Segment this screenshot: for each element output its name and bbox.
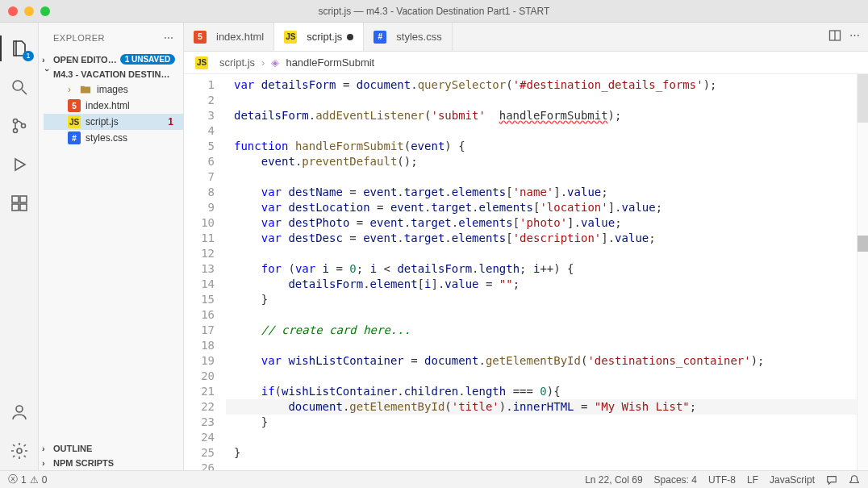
search-activity[interactable] bbox=[0, 68, 39, 106]
tree-file[interactable]: JSscript.js1 bbox=[44, 114, 183, 130]
close-window-button[interactable] bbox=[8, 6, 18, 16]
svg-line-1 bbox=[22, 90, 27, 94]
line-number: 23 bbox=[184, 415, 215, 430]
code-line[interactable]: var detailsForm = document.querySelector… bbox=[226, 77, 857, 93]
code-line[interactable]: } bbox=[226, 445, 857, 461]
minimize-window-button[interactable] bbox=[24, 6, 34, 16]
maximize-window-button[interactable] bbox=[40, 6, 50, 16]
line-number: 13 bbox=[184, 261, 215, 277]
code-line[interactable]: var wishListContainer = document.getElem… bbox=[226, 353, 857, 369]
encoding-status[interactable]: UTF-8 bbox=[708, 474, 736, 486]
split-editor-icon[interactable] bbox=[828, 29, 841, 44]
line-number: 8 bbox=[184, 185, 215, 200]
code-line[interactable]: if(wishListContainer.children.length ===… bbox=[226, 384, 857, 399]
breadcrumb[interactable]: JS script.js › ◈ handleFormSubmit bbox=[184, 52, 868, 74]
problems-status[interactable]: ⓧ1 ⚠0 bbox=[8, 473, 47, 486]
svg-rect-9 bbox=[20, 204, 27, 211]
js-file-icon: JS bbox=[195, 56, 208, 69]
js-file-icon: JS bbox=[68, 115, 81, 128]
code-line[interactable]: // create card here... bbox=[226, 323, 857, 338]
line-number: 5 bbox=[184, 139, 215, 154]
code-line[interactable]: detailsForm.element[i].value = ""; bbox=[226, 277, 857, 292]
line-number: 21 bbox=[184, 384, 215, 399]
code-line[interactable]: var destLocation = event.target.elements… bbox=[226, 200, 857, 215]
code-line[interactable] bbox=[226, 169, 857, 185]
svg-point-2 bbox=[13, 119, 17, 123]
line-number: 16 bbox=[184, 307, 215, 323]
account-activity[interactable] bbox=[0, 393, 39, 432]
indentation-status[interactable]: Spaces: 4 bbox=[654, 474, 697, 486]
editor-tab[interactable]: 5index.html bbox=[184, 23, 274, 51]
line-number: 15 bbox=[184, 292, 215, 307]
tree-item-label: script.js bbox=[86, 116, 119, 127]
chevron-right-icon: › bbox=[42, 458, 53, 468]
editor-tab[interactable]: #styles.css bbox=[364, 23, 452, 51]
eol-status[interactable]: LF bbox=[747, 474, 758, 486]
line-number: 11 bbox=[184, 231, 215, 246]
minimap[interactable] bbox=[857, 74, 868, 470]
folder-label: M4.3 - VACATION DESTIN… bbox=[53, 69, 169, 79]
sidebar-more-icon[interactable]: ⋯ bbox=[161, 31, 177, 45]
code-line[interactable]: function handleFormSubmit(event) { bbox=[226, 139, 857, 154]
code-line[interactable]: var destDesc = event.target.elements['de… bbox=[226, 231, 857, 246]
code-line[interactable] bbox=[226, 307, 857, 323]
css-file-icon: # bbox=[373, 31, 386, 44]
line-number: 17 bbox=[184, 323, 215, 338]
code-line[interactable] bbox=[226, 430, 857, 445]
dirty-indicator-icon bbox=[347, 34, 353, 40]
editor-tab[interactable]: JSscript.js bbox=[274, 23, 364, 51]
tree-folder[interactable]: ›images bbox=[44, 81, 183, 98]
line-number: 24 bbox=[184, 430, 215, 445]
code-line[interactable] bbox=[226, 93, 857, 108]
window-controls bbox=[8, 6, 50, 16]
code-line[interactable] bbox=[226, 461, 857, 470]
line-number: 1 bbox=[184, 77, 215, 93]
svg-rect-6 bbox=[12, 196, 19, 202]
status-bar: ⓧ1 ⚠0 Ln 22, Col 69 Spaces: 4 UTF-8 LF J… bbox=[0, 470, 868, 488]
folder-section[interactable]: › M4.3 - VACATION DESTIN… bbox=[39, 67, 183, 81]
svg-point-0 bbox=[13, 81, 23, 90]
line-number: 10 bbox=[184, 215, 215, 231]
explorer-activity[interactable]: 1 bbox=[0, 29, 39, 68]
tree-file[interactable]: #styles.css bbox=[44, 130, 183, 146]
editor-more-icon[interactable]: ⋯ bbox=[849, 29, 860, 44]
code-line[interactable] bbox=[226, 369, 857, 384]
folder-icon bbox=[79, 83, 92, 96]
source-control-activity[interactable] bbox=[0, 106, 39, 145]
tree-file[interactable]: 5index.html bbox=[44, 98, 183, 114]
code-line[interactable] bbox=[226, 246, 857, 261]
feedback-icon[interactable] bbox=[826, 474, 837, 486]
settings-activity[interactable] bbox=[0, 432, 39, 470]
explorer-badge: 1 bbox=[23, 51, 33, 61]
code-line[interactable]: var destPhoto = event.target.elements['p… bbox=[226, 215, 857, 231]
line-number: 6 bbox=[184, 154, 215, 169]
open-editors-section[interactable]: › OPEN EDITO… 1 UNSAVED bbox=[39, 52, 183, 67]
code-line[interactable]: document.getElementById('title').innerHT… bbox=[226, 399, 857, 415]
code-line[interactable]: event.preventDefault(); bbox=[226, 154, 857, 169]
svg-rect-7 bbox=[20, 196, 27, 202]
chevron-right-icon: › bbox=[68, 84, 79, 95]
code-line[interactable]: detailsForm.addEventListener('submit' ha… bbox=[226, 108, 857, 123]
npm-scripts-section[interactable]: › NPM SCRIPTS bbox=[39, 456, 183, 470]
open-editors-label: OPEN EDITO… bbox=[53, 55, 117, 65]
code-line[interactable]: for (var i = 0; i < detailsForm.length; … bbox=[226, 261, 857, 277]
tree-item-label: styles.css bbox=[86, 132, 127, 144]
code-line[interactable] bbox=[226, 338, 857, 353]
outline-section[interactable]: › OUTLINE bbox=[39, 441, 183, 456]
breadcrumb-separator-icon: › bbox=[261, 56, 265, 69]
unsaved-badge: 1 UNSAVED bbox=[120, 54, 176, 65]
run-debug-activity[interactable] bbox=[0, 145, 39, 184]
language-status[interactable]: JavaScript bbox=[770, 474, 815, 486]
cursor-position[interactable]: Ln 22, Col 69 bbox=[585, 474, 642, 486]
extensions-activity[interactable] bbox=[0, 184, 39, 223]
code-editor[interactable]: var detailsForm = document.querySelector… bbox=[226, 74, 857, 470]
code-line[interactable]: var destName = event.target.elements['na… bbox=[226, 185, 857, 200]
line-number: 7 bbox=[184, 169, 215, 185]
code-line[interactable] bbox=[226, 123, 857, 139]
chevron-right-icon: › bbox=[42, 55, 53, 65]
svg-point-11 bbox=[17, 448, 22, 453]
code-line[interactable]: } bbox=[226, 415, 857, 430]
chevron-down-icon: › bbox=[43, 69, 52, 80]
code-line[interactable]: } bbox=[226, 292, 857, 307]
notifications-icon[interactable] bbox=[849, 474, 860, 486]
